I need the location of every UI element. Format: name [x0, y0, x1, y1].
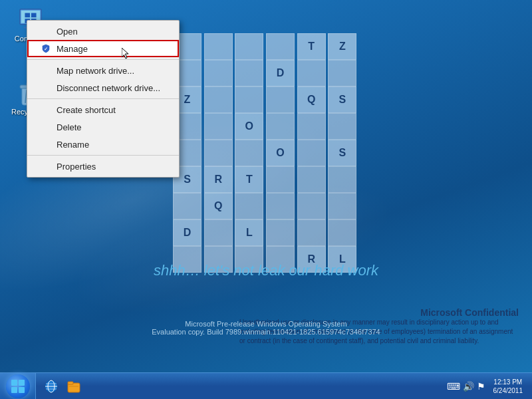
grid-cell — [297, 219, 326, 246]
svg-rect-4 — [25, 13, 30, 18]
svg-rect-25 — [68, 382, 73, 384]
svg-text:✓: ✓ — [44, 47, 48, 51]
grid-cell — [235, 33, 263, 60]
grid-cell: S — [328, 86, 356, 113]
menu-item-manage[interactable]: ✓ Manage — [27, 40, 179, 57]
separator-2 — [27, 98, 179, 99]
menu-item-disconnect-network[interactable]: Disconnect network drive... — [27, 79, 179, 96]
taskbar-ie-icon[interactable] — [41, 376, 61, 396]
grid-cell — [204, 60, 233, 86]
grid-cell — [235, 86, 263, 113]
desktop: TZDZQSOOSSRTQDLRL Computer — [0, 0, 532, 399]
svg-rect-16 — [19, 380, 25, 386]
grid-cell — [173, 193, 201, 219]
taskbar-quick-launch — [36, 376, 89, 396]
grid-cell: O — [235, 113, 263, 140]
volume-tray-icon[interactable]: 🔊 — [463, 381, 474, 392]
shortcut-icon — [41, 104, 51, 115]
svg-rect-17 — [11, 387, 17, 393]
grid-cell: Q — [204, 193, 233, 219]
grid-cell — [266, 166, 295, 193]
grid-cell — [235, 193, 263, 219]
grid-cell: D — [173, 219, 201, 246]
grid-cell — [204, 113, 233, 140]
grid-cell: T — [235, 166, 263, 193]
manage-shield-icon: ✓ — [41, 43, 51, 54]
grid-cell: T — [297, 33, 326, 60]
svg-rect-15 — [11, 380, 17, 386]
grid-cell — [235, 60, 263, 86]
clock-time: 12:13 PM — [493, 378, 522, 386]
grid-cell — [266, 113, 295, 140]
grid-cell — [204, 140, 233, 166]
menu-item-create-shortcut[interactable]: Create shortcut — [27, 101, 179, 118]
grid-cell — [235, 140, 263, 166]
grid-cell — [328, 193, 356, 219]
grid-cell — [266, 86, 295, 113]
grid-cell — [266, 193, 295, 219]
grid-cell — [328, 166, 356, 193]
grid-cell — [266, 219, 295, 246]
system-tray-icons: ⌨ 🔊 ⚑ — [447, 381, 485, 392]
grid-cell — [297, 140, 326, 166]
context-menu: Open ✓ Manage Map network drive... Disco… — [27, 20, 180, 178]
properties-icon — [41, 161, 51, 172]
grid-cell: S — [328, 140, 356, 166]
separator-1 — [27, 59, 179, 60]
grid-cell — [204, 86, 233, 113]
menu-item-rename[interactable]: Rename — [27, 136, 179, 153]
taskbar: ⌨ 🔊 ⚑ 12:13 PM 6/24/2011 — [0, 372, 532, 399]
open-icon — [41, 26, 51, 37]
menu-item-delete[interactable]: Delete — [27, 118, 179, 136]
network-tray-icon[interactable]: ⌨ — [447, 381, 460, 392]
grid-cell — [328, 219, 356, 246]
grid-cell: O — [266, 140, 295, 166]
grid-cell — [297, 166, 326, 193]
confidential-title: Microsoft Confidential — [239, 307, 519, 318]
svg-rect-18 — [19, 387, 25, 393]
grid-cell — [328, 113, 356, 140]
grid-cell — [266, 33, 295, 60]
svg-rect-5 — [31, 13, 37, 18]
delete-icon — [41, 122, 51, 132]
menu-item-open[interactable]: Open — [27, 23, 179, 40]
word-puzzle-grid: TZDZQSOOSSRTQDLRL — [173, 33, 359, 226]
clock-area[interactable]: 12:13 PM 6/24/2011 — [489, 378, 527, 395]
grid-cell — [328, 60, 356, 86]
disconnect-icon — [41, 82, 51, 93]
grid-cell — [204, 219, 233, 246]
start-orb — [6, 374, 30, 398]
menu-item-properties[interactable]: Properties — [27, 158, 179, 175]
action-center-icon[interactable]: ⚑ — [477, 381, 485, 392]
prerelease-text: Microsoft Pre-release Windows Operating … — [0, 320, 532, 336]
grid-cell — [297, 193, 326, 219]
separator-3 — [27, 155, 179, 156]
rename-icon — [41, 139, 51, 150]
start-button[interactable] — [0, 373, 36, 400]
grid-cell — [297, 60, 326, 86]
clock-date: 6/24/2011 — [493, 386, 523, 395]
map-network-icon — [41, 65, 51, 76]
grid-cell: Q — [297, 86, 326, 113]
grid-cell: D — [266, 60, 295, 86]
taskbar-explorer-icon[interactable] — [64, 376, 84, 396]
svg-rect-26 — [69, 386, 78, 387]
taskbar-system-tray: ⌨ 🔊 ⚑ 12:13 PM 6/24/2011 — [442, 378, 533, 395]
grid-cell: R — [204, 166, 233, 193]
grid-cell — [297, 113, 326, 140]
watermark-shhh: shhh… let's not leak our hard work — [0, 262, 532, 279]
grid-cell: L — [235, 219, 263, 246]
grid-cell — [204, 33, 233, 60]
menu-item-map-network[interactable]: Map network drive... — [27, 62, 179, 79]
grid-cell: Z — [328, 33, 356, 60]
